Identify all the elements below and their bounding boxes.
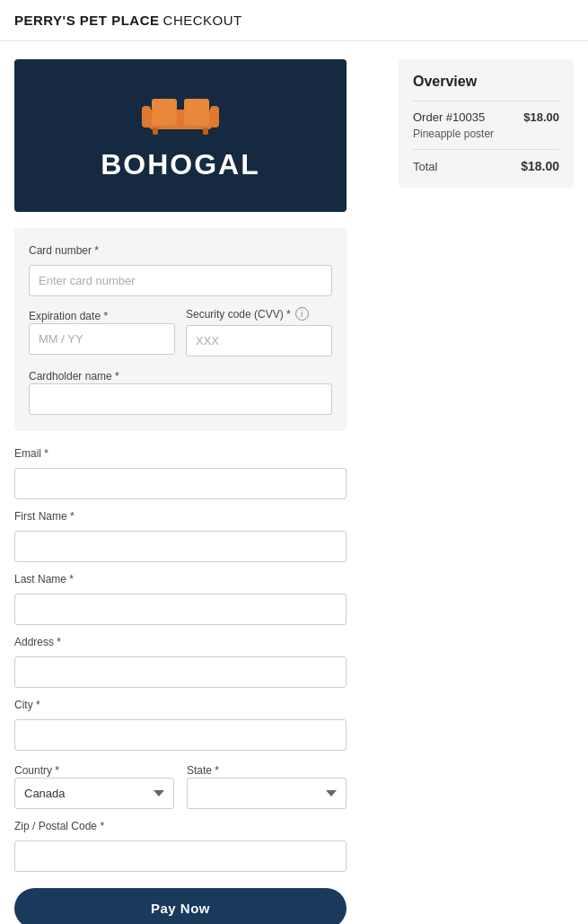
- expiry-cvv-row: Expiration date * Security code (CVV) * …: [29, 307, 332, 356]
- cvv-label: Security code (CVV) *: [186, 308, 291, 321]
- overview-card: Overview Order #10035 $18.00 Pineapple p…: [399, 59, 574, 188]
- svg-rect-2: [184, 111, 209, 126]
- country-label: Country *: [14, 764, 59, 777]
- overview-order-row: Order #10035 $18.00: [413, 110, 559, 124]
- email-label: Email *: [14, 447, 347, 460]
- svg-rect-1: [152, 111, 177, 126]
- first-name-input[interactable]: [14, 531, 347, 562]
- overview-total-row: Total $18.00: [413, 159, 559, 173]
- email-input[interactable]: [14, 468, 347, 499]
- overview-divider-top: [413, 101, 559, 101]
- expiry-label: Expiration date *: [29, 310, 108, 322]
- cvv-info-icon[interactable]: i: [295, 307, 309, 321]
- cvv-input[interactable]: [186, 325, 332, 356]
- card-number-input[interactable]: [29, 265, 332, 296]
- header-title-bold: PERRY'S PET PLACE: [14, 13, 160, 28]
- main-content: BOHOGAL Card number * Expiration date * …: [0, 41, 588, 924]
- svg-rect-5: [142, 106, 151, 128]
- last-name-label: Last Name *: [14, 573, 347, 585]
- svg-rect-4: [184, 99, 209, 111]
- svg-rect-3: [152, 99, 177, 111]
- first-name-group: First Name *: [14, 510, 347, 562]
- cardholder-label: Cardholder name *: [29, 370, 119, 383]
- city-input[interactable]: [14, 719, 347, 751]
- svg-rect-6: [210, 106, 219, 128]
- country-state-row: Country * Canada United States State * O…: [14, 761, 347, 809]
- cvv-field: Security code (CVV) * i: [186, 307, 332, 356]
- last-name-input[interactable]: [14, 594, 347, 625]
- email-group: Email *: [14, 447, 347, 499]
- address-group: Address *: [14, 636, 347, 688]
- address-input[interactable]: [14, 656, 347, 688]
- cvv-label-row: Security code (CVV) * i: [186, 307, 332, 321]
- cardholder-input[interactable]: [29, 383, 332, 415]
- brand-image: BOHOGAL: [14, 59, 347, 212]
- overview-divider-bottom: [413, 149, 559, 150]
- country-group: Country * Canada United States: [14, 761, 174, 809]
- right-column: Overview Order #10035 $18.00 Pineapple p…: [399, 59, 574, 188]
- expiry-input[interactable]: [29, 323, 175, 355]
- sofa-icon: [140, 90, 221, 139]
- state-label: State *: [187, 764, 219, 777]
- last-name-group: Last Name *: [14, 573, 347, 625]
- card-section: Card number * Expiration date * Security…: [14, 228, 347, 431]
- overview-order-amount: $18.00: [523, 110, 559, 124]
- zip-group: Zip / Postal Code *: [14, 820, 347, 872]
- state-select[interactable]: Ontario British Columbia: [187, 778, 347, 809]
- overview-item-name: Pineapple poster: [413, 128, 559, 140]
- overview-total-label: Total: [413, 160, 437, 173]
- card-number-group: Card number *: [29, 244, 332, 296]
- overview-total-amount: $18.00: [521, 159, 559, 173]
- zip-label: Zip / Postal Code *: [14, 820, 347, 832]
- left-column: BOHOGAL Card number * Expiration date * …: [14, 59, 381, 924]
- expiry-field: Expiration date *: [29, 307, 175, 356]
- country-select[interactable]: Canada United States: [14, 778, 174, 809]
- card-number-label: Card number *: [29, 244, 332, 257]
- city-group: City *: [14, 699, 347, 751]
- header-title-light: CHECKOUT: [163, 13, 242, 28]
- state-group: State * Ontario British Columbia: [187, 761, 347, 809]
- page-header: PERRY'S PET PLACE CHECKOUT: [0, 0, 588, 41]
- page-wrapper: PERRY'S PET PLACE CHECKOUT: [0, 0, 588, 924]
- city-label: City *: [14, 699, 347, 711]
- cardholder-field: Cardholder name *: [29, 367, 332, 415]
- svg-rect-8: [203, 128, 208, 135]
- address-label: Address *: [14, 636, 347, 648]
- zip-input[interactable]: [14, 840, 347, 872]
- outer-form: Email * First Name * Last Name * Address…: [14, 447, 347, 924]
- brand-name: BOHOGAL: [101, 148, 260, 181]
- overview-title: Overview: [413, 74, 559, 90]
- overview-order-label: Order #10035: [413, 110, 485, 124]
- svg-rect-7: [153, 128, 158, 135]
- first-name-label: First Name *: [14, 510, 347, 523]
- pay-now-button[interactable]: Pay Now: [14, 888, 347, 924]
